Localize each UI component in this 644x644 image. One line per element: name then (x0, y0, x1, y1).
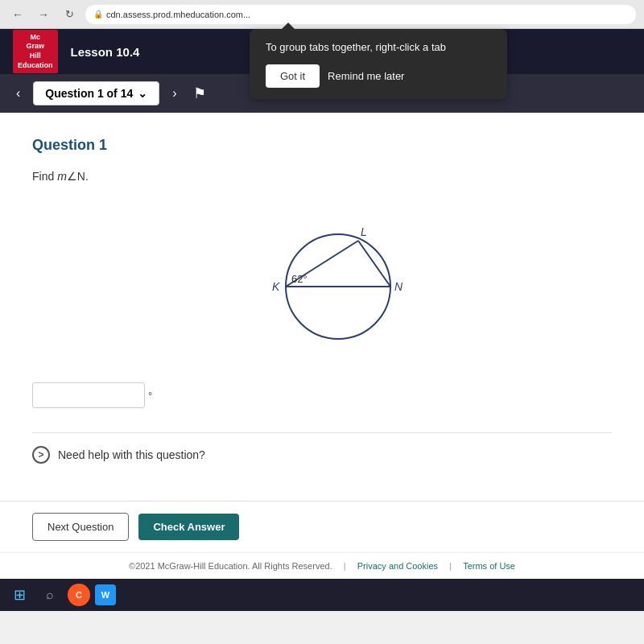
answer-row: ° (32, 382, 612, 408)
question-label: Question 1 (32, 137, 612, 154)
address-bar[interactable]: 🔒 cdn.assess.prod.mheducation.com ... (85, 5, 636, 24)
tab-group-tooltip: To group tabs together, right-click a ta… (250, 29, 507, 99)
footer-privacy-link[interactable]: Privacy and Cookies (357, 561, 438, 571)
help-circle-icon: > (32, 446, 50, 464)
next-question-arrow[interactable]: › (166, 83, 183, 104)
degree-symbol: ° (148, 390, 152, 402)
remind-later-button[interactable]: Remind me later (328, 70, 404, 82)
check-answer-button[interactable]: Check Answer (138, 514, 239, 540)
got-it-button[interactable]: Got it (266, 64, 320, 88)
back-button[interactable]: ← (8, 5, 27, 24)
next-question-button[interactable]: Next Question (32, 513, 129, 541)
address-text: cdn.assess.prod.mheducation.com (106, 10, 243, 19)
svg-text:N: N (394, 280, 403, 293)
svg-text:L: L (361, 225, 367, 238)
answer-input[interactable] (32, 382, 145, 408)
tooltip-message: To group tabs together, right-click a ta… (266, 40, 491, 55)
search-icon: ⌕ (46, 588, 54, 602)
geometry-diagram: L K N 62° (32, 202, 612, 363)
bottom-bar: Next Question Check Answer (0, 501, 644, 552)
reload-button[interactable]: ↻ (60, 5, 79, 24)
address-suffix: ... (243, 10, 250, 19)
windows-logo-icon: ⊞ (14, 586, 26, 604)
circle-diagram: L K N 62° (233, 202, 411, 363)
footer-terms-link[interactable]: Terms of Use (463, 561, 515, 571)
question-prompt: Find m∠N. (32, 170, 612, 183)
question-selector-label: Question 1 of 14 (45, 87, 133, 100)
taskbar-app-1[interactable]: C (68, 584, 90, 606)
help-section[interactable]: > Need help with this question? (32, 432, 612, 477)
bookmark-icon[interactable]: ⚑ (193, 85, 206, 102)
prev-question-arrow[interactable]: ‹ (10, 83, 27, 104)
footer-copyright: ©2021 McGraw-Hill Education. All Rights … (129, 561, 332, 571)
chevron-down-icon: ⌄ (138, 87, 147, 100)
browser-bar: ← → ↻ 🔒 cdn.assess.prod.mheducation.com … (0, 0, 644, 29)
tooltip-buttons: Got it Remind me later (266, 64, 491, 88)
svg-text:62°: 62° (291, 273, 308, 285)
windows-start-button[interactable]: ⊞ (6, 582, 32, 608)
search-taskbar-button[interactable]: ⌕ (37, 582, 63, 608)
taskbar: ⊞ ⌕ C W (0, 579, 644, 611)
help-text: Need help with this question? (58, 448, 205, 461)
lesson-title: Lesson 10.4 (71, 45, 140, 59)
lock-icon: 🔒 (93, 10, 103, 19)
footer: ©2021 McGraw-Hill Education. All Rights … (0, 552, 644, 579)
taskbar-app-2[interactable]: W (95, 584, 116, 605)
mcgraw-hill-logo: Mc Graw Hill Education (13, 30, 58, 74)
main-content: Question 1 Find m∠N. L K N 62° ° (0, 113, 644, 501)
forward-button[interactable]: → (34, 5, 53, 24)
question-selector-dropdown[interactable]: Question 1 of 14 ⌄ (33, 81, 159, 105)
svg-text:K: K (272, 280, 280, 293)
